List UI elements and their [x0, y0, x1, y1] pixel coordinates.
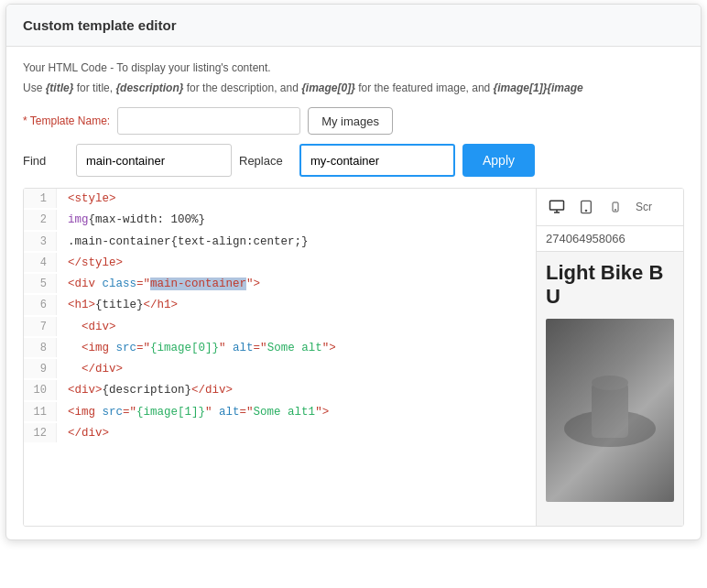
code-line-6: 6 <h1>{title}</h1> [24, 295, 536, 316]
title-tag-ref: {title} [46, 82, 74, 94]
desktop-tab[interactable] [544, 194, 570, 220]
code-line-9: 9 </div> [24, 359, 536, 380]
line-num-9: 9 [24, 359, 57, 378]
info-line1: Your HTML Code - To display your listing… [23, 60, 684, 76]
line-content-1: <style> [64, 189, 120, 210]
code-line-2: 2 img{max-width: 100%} [24, 210, 536, 231]
line-content-3: .main-container{text-align:center;} [64, 232, 312, 253]
line-content-11: <img src="{image[1]}" alt="Some alt1"> [64, 402, 332, 423]
template-name-label: * Template Name: [23, 114, 110, 127]
line-content-5: <div class="main-container"> [64, 274, 264, 295]
code-line-5: 5 <div class="main-container"> [24, 274, 536, 295]
bike-image-visual [546, 319, 674, 502]
code-line-1: 1 <style> [24, 189, 536, 210]
preview-id: 274064958066 [537, 226, 683, 252]
template-name-row: * Template Name: My images [23, 107, 684, 135]
line-num-8: 8 [24, 338, 57, 357]
line-num-3: 3 [24, 232, 57, 251]
line-num-10: 10 [24, 380, 57, 399]
code-line-7: 7 <div> [24, 317, 536, 338]
code-line-12: 12 </div> [24, 423, 536, 444]
desc-tag-ref: {description} [115, 82, 183, 94]
svg-point-9 [592, 376, 628, 390]
editor-preview-container: 1 <style> 2 img{max-width: 100%} 3 .main… [23, 188, 684, 527]
line-num-6: 6 [24, 295, 57, 314]
line-num-1: 1 [24, 189, 57, 208]
code-line-10: 10 <div>{description}</div> [24, 380, 536, 401]
line-num-4: 4 [24, 253, 57, 272]
find-label: Find [23, 154, 69, 168]
tablet-tab[interactable] [573, 194, 599, 220]
info-line2: Use {title} for title, {description} for… [23, 80, 684, 96]
code-line-4: 4 </style> [24, 253, 536, 274]
preview-image [546, 319, 674, 502]
line-content-12: </div> [64, 423, 113, 444]
dialog-header: Custom template editor [6, 5, 701, 47]
line-num-5: 5 [24, 274, 57, 293]
line-content-6: <h1>{title}</h1> [64, 295, 181, 316]
my-images-button[interactable]: My images [308, 107, 393, 135]
line-content-10: <div>{description}</div> [64, 380, 236, 401]
preview-title: Light Bike B U [546, 261, 674, 310]
svg-point-4 [585, 210, 586, 211]
dialog-title: Custom template editor [23, 17, 684, 33]
svg-rect-8 [592, 383, 628, 438]
find-replace-row: Find Replace Apply [23, 144, 684, 177]
line-content-2: img{max-width: 100%} [64, 210, 209, 231]
svg-point-6 [615, 210, 616, 211]
preview-content: Light Bike B U [537, 252, 683, 511]
preview-tabs: Scr [537, 189, 683, 226]
line-num-7: 7 [24, 317, 57, 336]
mobile-tab[interactable] [603, 194, 628, 220]
replace-input[interactable] [299, 144, 455, 177]
preview-title-line2: U [546, 285, 560, 308]
dialog-body: Your HTML Code - To display your listing… [6, 47, 701, 539]
apply-button[interactable]: Apply [462, 144, 535, 177]
code-line-3: 3 .main-container{text-align:center;} [24, 232, 536, 253]
line-num-2: 2 [24, 210, 57, 229]
template-name-input[interactable] [117, 107, 300, 135]
img0-tag-ref: {image[0]} [301, 82, 355, 94]
line-content-9: </div> [64, 359, 126, 380]
preview-title-line1: Light Bike B [546, 261, 663, 284]
svg-rect-0 [550, 201, 564, 210]
code-line-8: 8 <img src="{image[0]}" alt="Some alt"> [24, 338, 536, 359]
line-num-11: 11 [24, 402, 57, 421]
line-num-12: 12 [24, 423, 57, 442]
code-line-11: 11 <img src="{image[1]}" alt="Some alt1"… [24, 402, 536, 423]
line-content-8: <img src="{image[0]}" alt="Some alt"> [64, 338, 340, 359]
screen-label: Scr [636, 201, 652, 213]
line-content-4: </style> [64, 253, 126, 274]
code-editor[interactable]: 1 <style> 2 img{max-width: 100%} 3 .main… [24, 189, 537, 526]
img1-tag-ref: {image[1]}{image [494, 82, 583, 94]
preview-panel: Scr 274064958066 Light Bike B U [537, 189, 683, 526]
line-content-7: <div> [64, 317, 120, 338]
find-input[interactable] [76, 144, 232, 177]
replace-label: Replace [239, 154, 292, 168]
custom-template-editor-dialog: Custom template editor Your HTML Code - … [5, 4, 702, 540]
